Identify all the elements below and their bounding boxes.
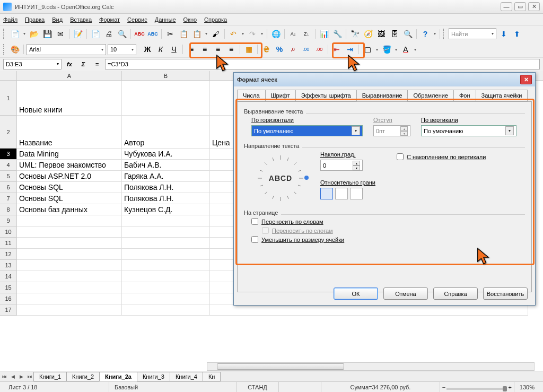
- chart-button[interactable]: 📊: [318, 28, 330, 40]
- decrease-indent-button[interactable]: ⇤: [331, 43, 343, 55]
- row-header-8[interactable]: 8: [0, 204, 17, 215]
- sheet-tab[interactable]: Кн: [203, 372, 221, 381]
- help-button[interactable]: Справка: [433, 288, 478, 300]
- combo-vertical[interactable]: По умолчанию▾: [421, 125, 516, 136]
- bold-button[interactable]: Ж: [142, 43, 153, 55]
- font-name-combo[interactable]: Arial▾: [27, 44, 106, 55]
- italic-button[interactable]: К: [155, 43, 167, 55]
- minimize-button[interactable]: —: [501, 2, 512, 11]
- menu-insert[interactable]: Вставка: [70, 16, 92, 23]
- increase-indent-button[interactable]: ⇥: [344, 43, 356, 55]
- currency-button[interactable]: ₴: [260, 43, 272, 55]
- autospell-button[interactable]: ABC: [147, 28, 159, 40]
- cell[interactable]: [17, 238, 122, 249]
- show-draw-button[interactable]: 🔧: [331, 28, 343, 40]
- maximize-button[interactable]: ▭: [514, 2, 526, 11]
- gallery-button[interactable]: 🖼: [375, 28, 387, 40]
- cell[interactable]: Гаряка А.А.: [122, 171, 210, 182]
- cell[interactable]: Data Mining: [17, 149, 122, 160]
- cell[interactable]: [122, 81, 210, 116]
- row-header-4[interactable]: 4: [0, 160, 17, 171]
- tab-nav-last[interactable]: ⏭: [25, 372, 34, 381]
- cut-button[interactable]: ✂: [164, 28, 176, 40]
- combo-horizontal[interactable]: По умолчанию▾: [251, 125, 363, 136]
- menu-file[interactable]: Файл: [3, 16, 17, 23]
- sheet-tab[interactable]: Книги_3: [137, 372, 170, 381]
- find-next-button[interactable]: ⬇: [498, 28, 510, 40]
- row-header-17[interactable]: 17: [0, 304, 17, 316]
- row-header-13[interactable]: 13: [0, 260, 17, 271]
- cell[interactable]: Полякова Л.Н.: [122, 182, 210, 193]
- dlg-tab-numbers[interactable]: Числа: [237, 90, 266, 101]
- menu-window[interactable]: Окно: [183, 16, 197, 23]
- tab-nav-next[interactable]: ▶: [17, 372, 25, 381]
- status-style[interactable]: Базовый: [109, 382, 237, 392]
- status-sum[interactable]: Сумма=34 276,00 руб.: [321, 382, 440, 392]
- cell[interactable]: [17, 271, 122, 282]
- underline-button[interactable]: Ч: [168, 43, 180, 55]
- cell[interactable]: Название: [17, 116, 122, 149]
- font-color-button[interactable]: A: [400, 43, 411, 55]
- toolbar-handle[interactable]: [3, 44, 6, 55]
- menu-tools[interactable]: Сервис: [127, 16, 147, 23]
- edit-doc-button[interactable]: 📝: [72, 28, 84, 40]
- cell[interactable]: [17, 293, 122, 304]
- cell[interactable]: [210, 304, 528, 316]
- number-format-button[interactable]: ,0: [287, 43, 299, 55]
- sheet-tab[interactable]: Книги_4: [170, 372, 203, 381]
- status-zoom[interactable]: 130%: [514, 382, 540, 392]
- zoom-in-icon[interactable]: +: [508, 384, 511, 390]
- cell[interactable]: [17, 249, 122, 260]
- sheet-tab-active[interactable]: Книги_2а: [99, 372, 137, 381]
- row-header-3[interactable]: 3: [0, 149, 17, 160]
- spinner-angle[interactable]: 0▴▾: [320, 160, 363, 171]
- print-button[interactable]: 🖨: [103, 28, 115, 40]
- menu-format[interactable]: Формат: [99, 16, 120, 23]
- menu-help[interactable]: Справка: [204, 16, 227, 23]
- row-header-15[interactable]: 15: [0, 282, 17, 293]
- chk-wrap-words[interactable]: [251, 218, 258, 225]
- merge-cells-button[interactable]: ▦: [243, 43, 255, 55]
- copy-button[interactable]: 📋: [178, 28, 189, 40]
- spellcheck-button[interactable]: ABC: [134, 28, 145, 40]
- col-header-b[interactable]: B: [122, 71, 210, 80]
- cell[interactable]: Основы ASP.NET 2.0: [17, 171, 122, 182]
- row-header-16[interactable]: 16: [0, 293, 17, 304]
- cell[interactable]: Основы SQL: [17, 182, 122, 193]
- cell[interactable]: Основы баз данных: [17, 204, 122, 215]
- sort-desc-button[interactable]: Z↓: [301, 28, 312, 40]
- open-button[interactable]: 📂: [28, 28, 40, 40]
- font-size-combo[interactable]: 10▾: [108, 44, 136, 55]
- new-button[interactable]: 📄: [9, 28, 21, 40]
- dlg-tab-fonteffects[interactable]: Эффекты шрифта: [295, 90, 357, 101]
- row-header-14[interactable]: 14: [0, 271, 17, 282]
- cell[interactable]: [17, 227, 122, 238]
- zoom-out-icon[interactable]: −: [442, 384, 445, 390]
- cell[interactable]: [17, 282, 122, 293]
- close-button[interactable]: ✕: [528, 2, 540, 11]
- remove-decimal-button[interactable]: .00: [313, 43, 325, 55]
- ref-edge-inside-button[interactable]: [350, 188, 363, 199]
- percent-button[interactable]: %: [274, 43, 285, 55]
- align-center-button[interactable]: ≡: [199, 43, 211, 55]
- menu-edit[interactable]: Правка: [25, 16, 45, 23]
- cell[interactable]: [122, 282, 210, 293]
- styles-button[interactable]: 🎨: [9, 43, 21, 55]
- paste-button[interactable]: 📋: [191, 28, 203, 40]
- sheet-tab[interactable]: Книги_2: [66, 372, 100, 381]
- cell[interactable]: Чубукова И.А.: [122, 149, 210, 160]
- find-prev-button[interactable]: ⬆: [511, 28, 523, 40]
- align-left-button[interactable]: ≡: [186, 43, 197, 55]
- dlg-tab-font[interactable]: Шрифт: [265, 90, 296, 101]
- name-box[interactable]: D3:E3▾: [3, 59, 62, 69]
- cell[interactable]: [122, 249, 210, 260]
- tab-nav-first[interactable]: ⏮: [0, 372, 8, 381]
- find-combo[interactable]: Найти▾: [449, 28, 496, 39]
- chk-vertical-stack[interactable]: [397, 153, 404, 160]
- add-decimal-button[interactable]: .00: [300, 43, 312, 55]
- row-header-10[interactable]: 10: [0, 227, 17, 238]
- cell[interactable]: Кузнецов С.Д.: [122, 204, 210, 215]
- horizontal-scrollbar[interactable]: [207, 362, 535, 371]
- cell[interactable]: [122, 227, 210, 238]
- dlg-tab-borders[interactable]: Обрамление: [407, 90, 454, 101]
